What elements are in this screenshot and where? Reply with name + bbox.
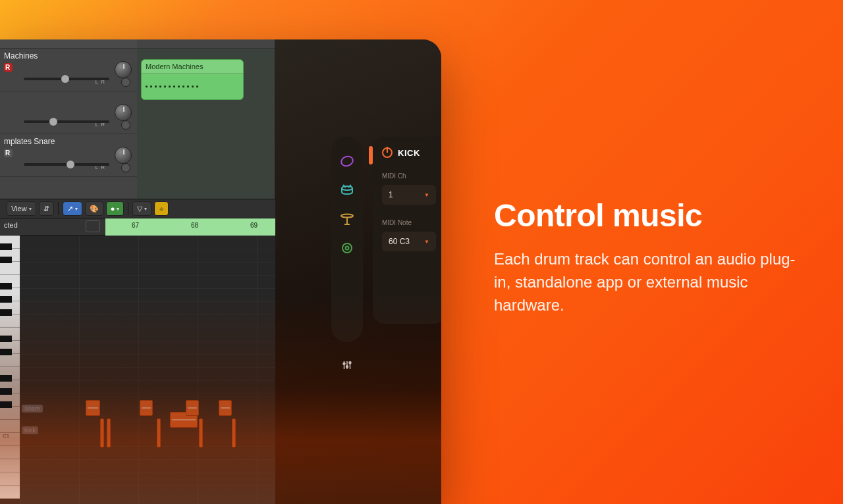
editor-subbar: cted 67 68 69 [0,218,275,236]
midi-note-value: 60 C3 [389,237,410,246]
palette-tool[interactable]: 🎨 [85,201,103,216]
midi-note[interactable] [219,400,232,416]
marketing-copy: Control music Each drum track can contro… [494,197,797,316]
svg-point-13 [346,366,348,368]
pan-knob[interactable] [115,104,132,121]
arrangement-area[interactable]: Modern Machines [137,39,275,199]
cymbal-icon[interactable] [339,211,356,228]
lr-label: L R [95,164,105,170]
midi-note-dropdown[interactable]: 60 C3 ▼ [382,232,436,251]
active-indicator [369,146,373,164]
selected-label: cted [4,221,18,229]
midi-note[interactable] [86,400,100,416]
instrument-column [331,137,363,342]
link-tool[interactable]: ⟐ [154,201,169,216]
midi-note[interactable] [199,418,203,447]
svg-point-4 [341,214,353,218]
chevron-down-icon: ▼ [424,239,429,245]
svg-point-7 [342,243,352,253]
clip-title: Modern Machines [142,60,243,74]
ruler-mark: 69 [250,222,258,229]
midi-note[interactable] [107,418,111,447]
svg-point-8 [346,247,349,250]
loop-icon[interactable] [339,153,356,170]
filter-tool[interactable]: ▽▾ [132,201,151,216]
midi-ch-dropdown[interactable]: 1 ▼ [382,185,436,205]
midi-note[interactable] [232,418,236,447]
midi-note[interactable] [157,418,161,447]
midi-note-label: MIDI Note [382,219,436,226]
track-settings-panel: KICK MIDI Ch 1 ▼ MIDI Note 60 C3 ▼ [373,137,441,324]
sliders-icon[interactable] [341,359,353,374]
lr-label: L R [95,122,105,128]
key-label-c1: C1 [3,433,9,439]
pan-knob[interactable] [115,147,132,164]
plugin-panel: KICK MIDI Ch 1 ▼ MIDI Note 60 C3 ▼ [275,39,441,504]
pan-mini-knob[interactable] [121,78,130,87]
svg-point-12 [343,363,345,365]
midi-ch-value: 1 [389,190,393,199]
pan-mini-knob[interactable] [121,163,130,172]
piano-keyboard[interactable]: C1 [0,236,20,504]
track-title: mplates Snare [4,137,133,146]
track-row[interactable]: mplates Snare R L R [0,134,137,177]
brush-tool[interactable]: ●▾ [106,201,124,216]
arrange-header-bar [137,39,275,49]
midi-region[interactable]: Modern Machines [141,59,244,100]
midi-note[interactable] [100,418,104,447]
tracks-header-bar [0,39,137,49]
ruler-mark: 68 [191,222,198,229]
ruler-mark: 67 [132,222,139,229]
svg-point-1 [342,186,352,190]
separator [58,202,59,215]
chevron-down-icon: ▼ [424,192,429,198]
separator [128,202,128,215]
roll-grid[interactable] [20,236,275,504]
editor-toolbar: View▾ ⇵ ↗▾ 🎨 ●▾ ▽▾ ⟐ [0,199,275,218]
automation-tool[interactable]: ↗▾ [63,201,82,216]
body-text: Each drum track can control an audio plu… [494,248,797,316]
track-name: KICK [398,148,420,158]
gear-icon[interactable] [339,239,356,257]
midi-note[interactable] [186,400,199,416]
view-menu[interactable]: View▾ [7,201,36,216]
lr-label: L R [95,79,105,85]
midi-notes-preview [146,76,239,95]
quantize-box-icon[interactable] [86,220,100,232]
pan-mini-knob[interactable] [121,120,130,130]
snap-icon[interactable]: ⇵ [39,201,54,216]
track-row[interactable]: L R [0,91,137,134]
pan-knob[interactable] [115,61,132,78]
track-row[interactable]: Machines R L R [0,49,137,91]
midi-ch-label: MIDI Ch [382,172,436,180]
headline: Control music [494,197,797,234]
record-arm-button[interactable]: R [4,149,13,157]
drum-icon[interactable] [339,182,356,199]
svg-point-0 [340,155,354,167]
piano-roll[interactable]: C1 Snare Kick [0,236,275,504]
record-arm-button[interactable]: R [4,63,13,72]
midi-note[interactable] [140,400,153,416]
svg-point-14 [349,362,351,364]
track-list: Machines R L R L R mplates Snare R L R [0,39,137,199]
power-icon[interactable] [382,147,393,158]
app-mockup: Machines R L R L R mplates Snare R L R M… [0,39,441,504]
ruler[interactable]: 67 68 69 [105,218,275,236]
track-title: Machines [4,51,133,61]
